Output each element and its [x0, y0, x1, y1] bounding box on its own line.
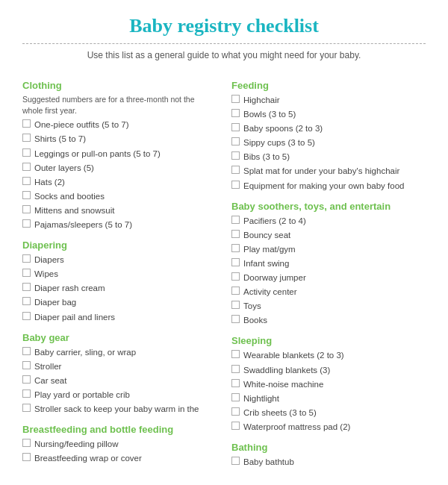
checkbox[interactable] — [231, 393, 240, 401]
list-item: Toys — [231, 300, 426, 312]
item-label: Car seat — [34, 375, 66, 387]
section-title-baby-gear: Baby gear — [22, 332, 217, 343]
checkbox[interactable] — [231, 365, 240, 373]
list-item: Stroller sack to keep your baby warm in … — [22, 403, 217, 415]
item-label: Activity center — [243, 286, 297, 298]
checkbox[interactable] — [231, 230, 240, 238]
list-item: Infant swing — [231, 257, 426, 269]
checkbox[interactable] — [22, 254, 31, 263]
section-title-sleeping: Sleeping — [231, 335, 426, 346]
item-label: Bowls (3 to 5) — [243, 108, 296, 120]
list-item: Bibs (3 to 5) — [231, 151, 426, 163]
divider — [22, 43, 426, 44]
list-item: Wipes — [22, 268, 217, 280]
checkbox[interactable] — [231, 258, 240, 266]
checkbox[interactable] — [22, 191, 31, 199]
checkbox[interactable] — [22, 389, 31, 398]
list-item: Sippy cups (3 to 5) — [231, 137, 426, 148]
checkbox[interactable] — [231, 457, 240, 465]
checkbox[interactable] — [22, 297, 31, 305]
checkbox[interactable] — [22, 177, 31, 185]
checkbox[interactable] — [22, 312, 31, 320]
item-label: Stroller — [34, 360, 61, 372]
checkbox[interactable] — [22, 134, 31, 142]
checkbox[interactable] — [231, 137, 240, 146]
list-item: Mittens and snowsuit — [22, 204, 217, 216]
checkbox[interactable] — [22, 219, 31, 228]
checkbox[interactable] — [231, 272, 240, 281]
checkbox[interactable] — [231, 216, 240, 224]
checkbox[interactable] — [231, 301, 240, 309]
item-label: Crib sheets (3 to 5) — [243, 407, 317, 419]
checkbox[interactable] — [22, 163, 31, 171]
checkbox[interactable] — [22, 439, 31, 447]
section-breastfeeding: Breastfeeding and bottle feedingNursing/… — [22, 424, 217, 464]
checkbox[interactable] — [22, 404, 31, 412]
list-item: Pacifiers (2 to 4) — [231, 215, 426, 227]
checkbox[interactable] — [22, 347, 31, 355]
list-item: Nursing/feeding pillow — [22, 438, 217, 450]
item-label: Diaper rash cream — [34, 282, 105, 294]
checkbox[interactable] — [231, 95, 240, 103]
list-item: Waterproof mattress pad (2) — [231, 421, 426, 433]
list-item: Socks and booties — [22, 190, 217, 202]
item-label: One-piece outfits (5 to 7) — [34, 119, 129, 131]
list-item: Play mat/gym — [231, 243, 426, 255]
checkbox[interactable] — [231, 407, 240, 416]
checkbox[interactable] — [231, 244, 240, 252]
list-item: Nightlight — [231, 392, 426, 404]
list-item: Bouncy seat — [231, 229, 426, 241]
list-item: Diaper rash cream — [22, 282, 217, 294]
section-bathing: BathingBaby bathtub — [231, 442, 426, 468]
item-label: White-noise machine — [243, 378, 323, 390]
list-item: White-noise machine — [231, 378, 426, 390]
checkbox[interactable] — [231, 166, 240, 174]
section-feeding: FeedingHighchairBowls (3 to 5)Baby spoon… — [231, 80, 426, 192]
item-label: Highchair — [243, 94, 280, 106]
list-item: One-piece outfits (5 to 7) — [22, 119, 217, 131]
item-label: Wearable blankets (2 to 3) — [243, 349, 344, 361]
checkbox[interactable] — [22, 453, 31, 461]
checkbox[interactable] — [22, 269, 31, 277]
checkbox[interactable] — [231, 350, 240, 358]
item-label: Nursing/feeding pillow — [34, 438, 119, 450]
checkbox[interactable] — [231, 422, 240, 430]
item-label: Splat mat for under your baby's highchai… — [243, 165, 399, 177]
list-item: Outer layers (5) — [22, 162, 217, 174]
list-item: Baby bathtub — [231, 456, 426, 468]
section-soothers: Baby soothers, toys, and entertainPacifi… — [231, 201, 426, 327]
list-item: Hats (2) — [22, 176, 217, 188]
checkbox[interactable] — [22, 375, 31, 384]
checkbox[interactable] — [231, 109, 240, 117]
checkbox[interactable] — [231, 151, 240, 160]
checkbox[interactable] — [22, 119, 31, 128]
checkbox[interactable] — [22, 148, 31, 157]
checkbox[interactable] — [231, 287, 240, 295]
item-label: Waterproof mattress pad (2) — [243, 421, 350, 433]
item-label: Toys — [243, 300, 261, 312]
item-label: Baby bathtub — [243, 456, 294, 468]
list-item: Diaper pail and liners — [22, 311, 217, 323]
list-item: Leggings or pull-on pants (5 to 7) — [22, 148, 217, 160]
item-label: Play mat/gym — [243, 243, 296, 255]
list-item: Swaddling blankets (3) — [231, 364, 426, 376]
item-label: Pacifiers (2 to 4) — [243, 215, 306, 227]
item-label: Baby carrier, sling, or wrap — [34, 346, 136, 358]
checkbox[interactable] — [22, 283, 31, 291]
checkbox[interactable] — [22, 205, 31, 213]
checkbox[interactable] — [231, 379, 240, 387]
item-label: Sippy cups (3 to 5) — [243, 137, 315, 148]
item-label: Wipes — [34, 268, 58, 280]
checkbox[interactable] — [22, 361, 31, 369]
item-label: Stroller sack to keep your baby warm in … — [34, 403, 199, 415]
checkbox[interactable] — [231, 181, 240, 189]
list-item: Diaper bag — [22, 296, 217, 308]
list-item: Equipment for making your own baby food — [231, 180, 426, 192]
list-item: Doorway jumper — [231, 272, 426, 284]
checkbox[interactable] — [231, 315, 240, 323]
list-item: Bowls (3 to 5) — [231, 108, 426, 120]
section-title-diapering: Diapering — [22, 240, 217, 251]
checkbox[interactable] — [231, 123, 240, 131]
item-label: Equipment for making your own baby food — [243, 180, 404, 192]
section-title-bathing: Bathing — [231, 442, 426, 453]
